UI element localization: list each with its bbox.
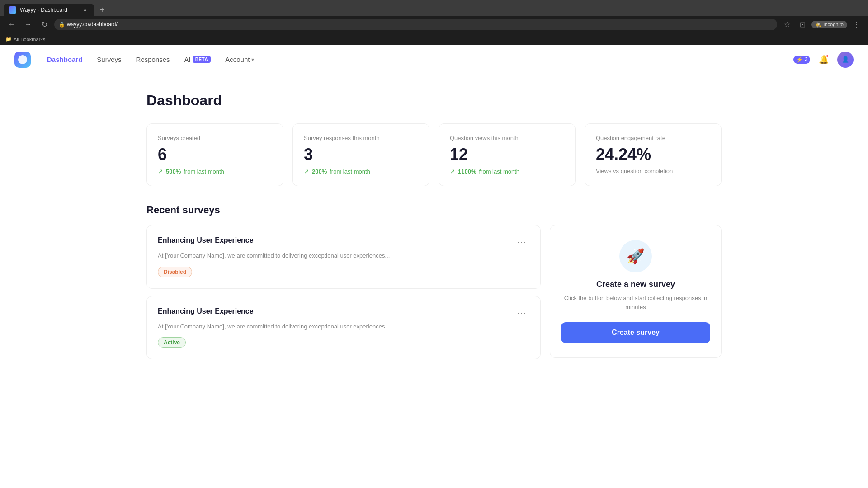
- survey-name-1: Enhancing User Experience: [158, 307, 254, 315]
- stat-trend-responses: ↗ 200% from last month: [304, 168, 418, 175]
- tab-favicon: [9, 6, 16, 14]
- notification-count-badge[interactable]: ⚡ 3: [793, 56, 810, 64]
- survey-card-0: Enhancing User Experience ··· At [Your C…: [146, 225, 541, 289]
- notification-bell-button[interactable]: 🔔: [816, 52, 832, 68]
- notification-dot: [826, 54, 829, 58]
- survey-desc-0: At [Your Company Name], we are committed…: [158, 251, 529, 260]
- rocket-icon: 🚀: [627, 248, 645, 265]
- stat-label-surveys-created: Surveys created: [158, 135, 272, 141]
- user-avatar[interactable]: 👤: [837, 52, 854, 68]
- trend-arrow-up-icon-3: ↗: [450, 168, 455, 175]
- nav-ai[interactable]: AI BETA: [179, 53, 217, 66]
- active-tab[interactable]: Wayyy - Dashboard ×: [4, 4, 94, 16]
- bookmarks-folder-icon: 📁: [5, 36, 12, 42]
- survey-card-1: Enhancing User Experience ··· At [Your C…: [146, 296, 541, 360]
- browser-toolbar: ← → ↻ 🔒 ☆ ⊡ 🕵 Incognito ⋮: [0, 16, 868, 33]
- account-chevron-down-icon: ▾: [251, 56, 254, 63]
- bookmark-star-icon[interactable]: ☆: [781, 18, 793, 31]
- nav-surveys[interactable]: Surveys: [91, 53, 127, 66]
- avatar-initials: 👤: [842, 56, 849, 63]
- stat-trend-views: ↗ 1100% from last month: [450, 168, 564, 175]
- survey-desc-1: At [Your Company Name], we are committed…: [158, 322, 529, 331]
- survey-card-header-1: Enhancing User Experience ···: [158, 307, 529, 319]
- incognito-icon: 🕵: [815, 22, 821, 28]
- incognito-badge: 🕵 Incognito: [811, 21, 847, 28]
- page-title: Dashboard: [146, 92, 722, 109]
- survey-more-button-0[interactable]: ···: [514, 236, 529, 248]
- browser-chrome: Wayyy - Dashboard × + ← → ↻ 🔒 ☆ ⊡ 🕵 Inco…: [0, 0, 868, 33]
- tab-title: Wayyy - Dashboard: [20, 7, 78, 13]
- ai-beta-badge: BETA: [193, 56, 211, 63]
- stat-value-engagement: 24.24%: [596, 145, 710, 164]
- stat-card-surveys-created: Surveys created 6 ↗ 500% from last month: [146, 123, 283, 186]
- stat-value-surveys-created: 6: [158, 145, 272, 164]
- app: Dashboard Surveys Responses AI BETA Acco…: [0, 45, 868, 488]
- extensions-icon[interactable]: ⋮: [850, 18, 863, 31]
- back-button[interactable]: ←: [5, 18, 18, 31]
- nav-dashboard[interactable]: Dashboard: [42, 53, 88, 66]
- stat-label-engagement: Question engagement rate: [596, 135, 710, 141]
- survey-name-0: Enhancing User Experience: [158, 236, 254, 244]
- survey-more-button-1[interactable]: ···: [514, 307, 529, 319]
- nav-actions: ⚡ 3 🔔 👤: [793, 52, 854, 68]
- nav-logo[interactable]: [14, 52, 31, 68]
- url-bar-wrapper: 🔒: [54, 19, 777, 30]
- url-input[interactable]: [54, 19, 777, 30]
- survey-status-badge-1: Active: [158, 337, 186, 348]
- nav-responses[interactable]: Responses: [131, 53, 175, 66]
- nav-account[interactable]: Account ▾: [220, 53, 259, 66]
- stat-card-views: Question views this month 12 ↗ 1100% fro…: [439, 123, 576, 186]
- new-tab-button[interactable]: +: [96, 4, 108, 16]
- url-lock-icon: 🔒: [59, 22, 65, 28]
- toolbar-actions: ☆ ⊡ 🕵 Incognito ⋮: [781, 18, 863, 31]
- trend-arrow-up-icon: ↗: [158, 168, 163, 175]
- stat-trend-surveys-created: ↗ 500% from last month: [158, 168, 272, 175]
- browser-tabs: Wayyy - Dashboard × +: [0, 0, 868, 16]
- surveys-layout: Enhancing User Experience ··· At [Your C…: [146, 225, 722, 359]
- tab-close-button[interactable]: ×: [81, 6, 89, 14]
- browser-profile-icon[interactable]: ⊡: [796, 18, 809, 31]
- forward-button[interactable]: →: [22, 18, 34, 31]
- create-survey-desc: Click the button below and start collect…: [561, 294, 710, 311]
- create-survey-icon-container: 🚀: [619, 240, 652, 272]
- create-survey-button[interactable]: Create survey: [561, 322, 710, 343]
- create-survey-card: 🚀 Create a new survey Click the button b…: [550, 225, 722, 358]
- stat-value-responses: 3: [304, 145, 418, 164]
- recent-surveys-title: Recent surveys: [146, 204, 722, 216]
- refresh-button[interactable]: ↻: [38, 18, 51, 31]
- stats-grid: Surveys created 6 ↗ 500% from last month…: [146, 123, 722, 186]
- main-content: Dashboard Surveys created 6 ↗ 500% from …: [118, 74, 750, 377]
- stat-note-engagement: Views vs question completion: [596, 168, 710, 174]
- survey-card-header-0: Enhancing User Experience ···: [158, 236, 529, 248]
- incognito-label: Incognito: [823, 22, 844, 27]
- navbar: Dashboard Surveys Responses AI BETA Acco…: [0, 45, 868, 74]
- survey-status-badge-0: Disabled: [158, 267, 192, 277]
- create-survey-title: Create a new survey: [596, 280, 675, 289]
- badge-lightning-icon: ⚡: [796, 56, 803, 63]
- stat-label-responses: Survey responses this month: [304, 135, 418, 141]
- stat-card-responses: Survey responses this month 3 ↗ 200% fro…: [292, 123, 429, 186]
- bookmarks-bar: 📁 All Bookmarks: [0, 33, 868, 45]
- stat-card-engagement: Question engagement rate 24.24% Views vs…: [585, 123, 722, 186]
- logo-icon: [18, 55, 27, 64]
- survey-list: Enhancing User Experience ··· At [Your C…: [146, 225, 541, 359]
- bookmarks-label: 📁 All Bookmarks: [5, 36, 45, 42]
- stat-value-views: 12: [450, 145, 564, 164]
- stat-label-views: Question views this month: [450, 135, 564, 141]
- trend-arrow-up-icon-2: ↗: [304, 168, 309, 175]
